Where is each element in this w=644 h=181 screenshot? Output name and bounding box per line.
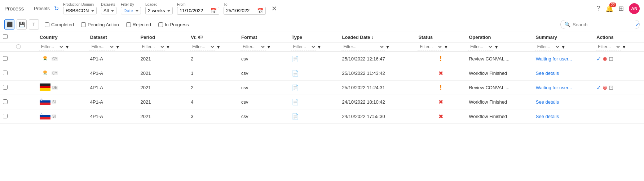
in-progress-checkbox[interactable]	[158, 22, 163, 27]
row-checkbox[interactable]	[3, 71, 8, 75]
refresh-icon[interactable]: ↻	[54, 5, 59, 12]
filter-operation-select[interactable]: Filter...	[468, 44, 493, 50]
help-button[interactable]: ?	[597, 5, 600, 12]
pending-checkbox[interactable]	[81, 22, 86, 27]
th-loaded-date[interactable]: Loaded Date ↓	[339, 32, 416, 42]
file-type-icon: 📄	[292, 113, 299, 119]
presets-label: Presets	[34, 6, 50, 11]
row-type: 📄	[289, 81, 339, 95]
row-dataset: 4P1-A	[87, 81, 138, 95]
country-flag	[40, 83, 50, 92]
row-format: csv	[238, 109, 289, 124]
row-checkbox[interactable]	[3, 99, 8, 104]
file-type-icon: 📄	[292, 99, 299, 105]
row-operation: Workflow Finished	[466, 95, 533, 109]
avatar[interactable]: AN	[629, 3, 640, 14]
row-checkbox[interactable]	[3, 85, 8, 90]
filter-actions-select[interactable]: Filter...	[596, 44, 621, 50]
save-tool-button[interactable]: 💾	[17, 19, 27, 30]
filter-country-select[interactable]: Filter...	[39, 44, 64, 50]
row-dataset: 4P1-A	[87, 109, 138, 124]
row-period: 2021	[138, 95, 188, 109]
pending-label: Pending Action	[88, 22, 119, 27]
cancel-action-icon[interactable]: ⊗	[603, 55, 607, 62]
th-format[interactable]: Format	[238, 32, 289, 42]
filter-type-select[interactable]: Filter...	[291, 44, 316, 50]
completed-filter-label[interactable]: Completed	[45, 22, 74, 27]
row-period: 2021	[138, 52, 188, 66]
text-tool-button[interactable]: T	[29, 19, 39, 30]
check-action-icon[interactable]: ✓	[596, 84, 601, 91]
filter-format-select[interactable]: Filter...	[241, 44, 266, 50]
datasets-label: Datasets	[101, 3, 116, 6]
check-action-icon[interactable]: ✓	[596, 55, 601, 62]
search-input[interactable]	[573, 22, 633, 27]
loaded-label: Loaded	[145, 3, 173, 6]
th-country[interactable]: Country	[37, 32, 87, 42]
filter-vr-select[interactable]: Filter...	[190, 44, 215, 50]
from-calendar-icon[interactable]: 📅	[211, 8, 217, 14]
row-format: csv	[238, 81, 289, 95]
row-type: 📄	[289, 95, 339, 109]
from-label: From	[177, 3, 219, 6]
select-all-checkbox[interactable]	[3, 34, 8, 39]
th-type[interactable]: Type	[289, 32, 339, 42]
filter-summary-cell: Filter... ▼	[533, 42, 594, 52]
rejected-checkbox[interactable]	[126, 22, 131, 27]
top-bar: Process Presets ↻ Production Domain RSBS…	[0, 0, 644, 17]
filter-period-select[interactable]: Filter...	[140, 44, 165, 50]
filter-status-select[interactable]: Filter...	[418, 44, 443, 50]
filter-by-label: Filter By	[121, 3, 141, 6]
th-actions[interactable]: Actions	[594, 32, 644, 42]
row-format: csv	[238, 66, 289, 81]
tool-icons: ⬛ 💾 T	[4, 19, 39, 30]
notification-button[interactable]: 🔔 22	[605, 5, 613, 13]
filter-type-arrow: ▼	[317, 44, 322, 50]
svg-point-1	[43, 56, 47, 59]
filter-by-select[interactable]: Date	[121, 7, 141, 14]
filter-radio[interactable]	[2, 44, 35, 49]
row-vr: 4	[188, 95, 238, 109]
clear-button[interactable]: ✕	[270, 5, 278, 12]
datasets-select[interactable]: All	[101, 7, 116, 14]
th-vr[interactable]: Vr. 🏷	[188, 32, 238, 42]
flag-wrapper: DE	[40, 83, 84, 92]
filter-loaded-date-select[interactable]: Filter...	[341, 44, 385, 50]
th-dataset[interactable]: Dataset	[87, 32, 138, 42]
search-confirm-icon[interactable]: ✓	[635, 22, 640, 27]
cancel-action-icon[interactable]: ⊗	[603, 84, 607, 91]
more-action-icon[interactable]: ⊡	[609, 55, 613, 62]
grid-button[interactable]: ⊞	[618, 5, 624, 13]
row-loaded-date: 25/10/2022 11:43:42	[339, 66, 416, 81]
production-domain-select[interactable]: RSBSCON	[63, 7, 97, 14]
status-error-icon: ✖	[438, 99, 443, 105]
row-checkbox[interactable]	[3, 114, 8, 118]
filter-dataset-select[interactable]: Filter...	[89, 44, 115, 50]
country-code: DE	[52, 86, 58, 90]
row-operation: Review CONVAL ...	[466, 81, 533, 95]
production-domain-label: Production Domain	[63, 3, 97, 6]
completed-checkbox[interactable]	[45, 22, 49, 27]
to-date-input[interactable]: 25/10/2022	[226, 8, 256, 13]
filter-status-cell: Filter... ▼	[415, 42, 466, 52]
row-type: 📄	[289, 109, 339, 124]
in-progress-filter-label[interactable]: In Progress	[158, 22, 189, 27]
filter-tool-button[interactable]: ⬛	[4, 19, 14, 30]
row-operation: Review CONVAL ...	[466, 52, 533, 66]
rejected-filter-label[interactable]: Rejected	[126, 22, 151, 27]
th-period[interactable]: Period	[138, 32, 188, 42]
row-checkbox-cell	[0, 52, 37, 66]
more-action-icon[interactable]: ⊡	[609, 84, 613, 91]
from-date-input[interactable]: 11/10/2022	[180, 8, 209, 13]
row-period: 2021	[138, 109, 188, 124]
to-calendar-icon[interactable]: 📅	[257, 8, 263, 14]
th-status[interactable]: Status	[415, 32, 466, 42]
row-checkbox[interactable]	[3, 56, 8, 61]
filter-country-cell: Filter... ▼	[37, 42, 87, 52]
row-country: SI	[37, 95, 87, 109]
loaded-select[interactable]: 2 weeks	[145, 7, 173, 14]
pending-filter-label[interactable]: Pending Action	[81, 22, 119, 27]
filter-summary-select[interactable]: Filter...	[535, 44, 560, 50]
th-operation[interactable]: Operation	[466, 32, 533, 42]
th-summary[interactable]: Summary	[533, 32, 594, 42]
